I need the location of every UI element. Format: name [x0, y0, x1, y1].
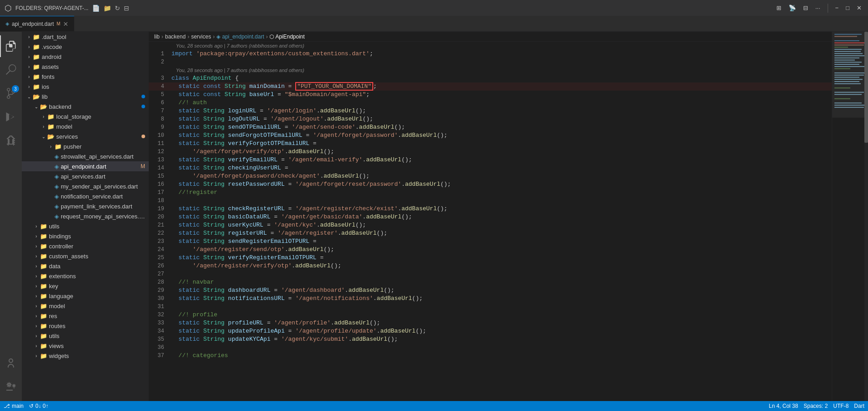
tree-item-my-sender[interactable]: › ◈ my_sender_api_services.dart — [22, 181, 149, 191]
activity-settings[interactable] — [0, 376, 22, 397]
tab-close-button[interactable]: ✕ — [63, 20, 68, 28]
tree-item-backend[interactable]: ⌄ 📂 backend — [22, 102, 149, 111]
code-editor[interactable]: You, 28 seconds ago | 7 authors (rabbiho… — [149, 42, 832, 401]
refresh-icon[interactable]: ↻ — [115, 5, 120, 12]
code-line-16: 16 static String resetPasswordURL = '/ag… — [149, 180, 832, 189]
new-file-icon[interactable]: 📄 — [92, 5, 100, 12]
tree-label: .vscode — [42, 44, 145, 50]
folder-icon: 📁 — [40, 313, 47, 319]
code-line-30: 30 static String notificationsURL = '/ag… — [149, 295, 832, 303]
line-content: static const String baseUrl = "$mainDoma… — [171, 91, 832, 99]
tree-item-language[interactable]: › 📁 language — [22, 291, 149, 301]
collapse-icon[interactable]: ⊟ — [124, 5, 129, 12]
scrollbar-thumb[interactable] — [864, 32, 868, 143]
tree-label: android — [42, 53, 145, 60]
tree-item-data[interactable]: › 📁 data — [22, 261, 149, 271]
tree-item-widgets[interactable]: › 📁 widgets — [22, 351, 149, 361]
tree-item-utils[interactable]: › 📁 utils — [22, 221, 149, 231]
tree-item-dart-tool[interactable]: › 📁 .dart_tool — [22, 32, 149, 42]
tree-label: assets — [42, 63, 145, 70]
tree-item-android[interactable]: › 📁 android — [22, 52, 149, 62]
tree-item-model2[interactable]: › 📁 model — [22, 301, 149, 311]
tree-item-key[interactable]: › 📁 key — [22, 281, 149, 291]
tabs-bar: ◈ api_endpoint.dart M ✕ — [0, 16, 868, 32]
tree-item-request-money[interactable]: › ◈ request_money_api_services.dart — [22, 211, 149, 221]
line-content: '/agent/register/send/otp'.addBaseUrl(); — [171, 246, 832, 254]
status-branch[interactable]: ⎇ main — [4, 403, 24, 409]
breadcrumb-services[interactable]: services — [191, 34, 211, 40]
tree-arrow: › — [33, 324, 40, 329]
tree-item-fonts[interactable]: › 📁 fonts — [22, 72, 149, 82]
activity-explorer[interactable] — [0, 35, 22, 57]
tree-item-api-endpoint[interactable]: › ◈ api_endpoint.dart M — [22, 161, 149, 171]
tree-item-assets[interactable]: › 📁 assets — [22, 62, 149, 72]
status-encoding[interactable]: UTF-8 — [833, 403, 848, 409]
tree-item-model[interactable]: › 📁 model — [22, 121, 149, 131]
status-spaces[interactable]: Spaces: 2 — [804, 403, 828, 409]
tree-item-custom-assets[interactable]: › 📁 custom_assets — [22, 251, 149, 261]
tree-item-bindings[interactable]: › 📁 bindings — [22, 231, 149, 241]
activity-run[interactable] — [0, 106, 22, 128]
activity-account[interactable] — [0, 352, 22, 374]
line-content: //! auth — [171, 99, 832, 107]
tree-arrow: ⌄ — [33, 104, 40, 109]
maximize-button[interactable]: □ — [844, 3, 851, 13]
broadcast-icon[interactable]: 📡 — [787, 3, 798, 13]
tree-arrow: › — [33, 224, 40, 229]
activity-extensions[interactable] — [0, 130, 22, 151]
tree-item-notification[interactable]: › ◈ notification_service.dart — [22, 191, 149, 201]
tree-label: res — [49, 313, 145, 319]
status-sync[interactable]: ↺ 0↓ 0↑ — [29, 403, 49, 409]
line-number: 37 — [149, 352, 171, 360]
code-line-3: 3 class ApiEndpoint { — [149, 74, 832, 82]
tree-item-local-storage[interactable]: › 📁 local_storage — [22, 111, 149, 121]
line-number: 27 — [149, 270, 171, 278]
tree-item-ios[interactable]: › 📁 ios — [22, 82, 149, 92]
tree-item-res[interactable]: › 📁 res — [22, 311, 149, 321]
modified-dot — [141, 135, 145, 138]
line-content: static String checkingUserURL = — [171, 164, 832, 172]
remote-icon[interactable]: ⊞ — [775, 3, 783, 13]
tree-item-services[interactable]: ⌄ 📂 services — [22, 131, 149, 141]
tree-item-vscode[interactable]: › 📁 .vscode — [22, 42, 149, 52]
tree-item-extentions[interactable]: › 📁 extentions — [22, 271, 149, 281]
code-line-26: 26 '/agent/register/verify/otp'.addBaseU… — [149, 262, 832, 270]
tree-label: bindings — [49, 233, 145, 240]
more-icon[interactable]: ··· — [814, 3, 822, 13]
line-content: static String sendForgotOTPEmailURL = '/… — [171, 131, 832, 140]
tree-label: key — [49, 283, 145, 290]
tree-item-views[interactable]: › 📁 views — [22, 341, 149, 351]
tree-item-strowallet[interactable]: › ◈ strowallet_api_services.dart — [22, 151, 149, 161]
main-layout: 3 › 📁 — [0, 32, 868, 401]
breadcrumb-file[interactable]: ◈ api_endpoint.dart — [216, 34, 264, 40]
tree-item-payment-link[interactable]: › ◈ payment_link_services.dart — [22, 201, 149, 211]
tree-item-pusher[interactable]: › 📁 pusher — [22, 141, 149, 151]
activity-search[interactable] — [0, 59, 22, 81]
minimize-button[interactable]: − — [834, 3, 841, 13]
title-bar-file-icons: 📄 📁 ↻ ⊟ — [92, 5, 129, 12]
breadcrumb-class[interactable]: ⬡ ApiEndpoint — [269, 34, 304, 40]
status-language[interactable]: Dart — [854, 403, 864, 409]
new-folder-icon[interactable]: 📁 — [103, 5, 111, 12]
line-content: static String resetPasswordURL = '/agent… — [171, 180, 832, 189]
status-position[interactable]: Ln 4, Col 38 — [769, 403, 798, 409]
breadcrumb-backend[interactable]: backend — [165, 34, 185, 40]
tab-api-endpoint[interactable]: ◈ api_endpoint.dart M ✕ — [0, 16, 74, 31]
tree-item-api-services[interactable]: › ◈ api_services.dart — [22, 171, 149, 181]
line-content: static String userKycURL = '/agent/kyc'.… — [171, 221, 832, 229]
close-button[interactable]: ✕ — [855, 3, 863, 13]
tree-arrow: › — [33, 343, 40, 348]
activity-source-control[interactable]: 3 — [0, 82, 22, 104]
tree-item-utils2[interactable]: › 📁 utils — [22, 331, 149, 341]
tree-item-lib[interactable]: ⌄ 📂 lib — [22, 92, 149, 102]
line-content: import 'package:qrpay/extentions/custom_… — [171, 50, 832, 58]
line-number: 31 — [149, 303, 171, 311]
breadcrumb-lib[interactable]: lib — [154, 34, 160, 40]
line-content: static String notificationsURL = '/agent… — [171, 295, 832, 303]
line-content: static String updateKYCApi = '/agent/kyc… — [171, 335, 832, 343]
line-number: 10 — [149, 131, 171, 140]
tree-item-controller[interactable]: › 📁 controller — [22, 241, 149, 251]
split-editor-icon[interactable]: ⊟ — [801, 3, 810, 13]
folder-icon: 📁 — [47, 113, 54, 120]
tree-item-routes[interactable]: › 📁 routes — [22, 321, 149, 331]
